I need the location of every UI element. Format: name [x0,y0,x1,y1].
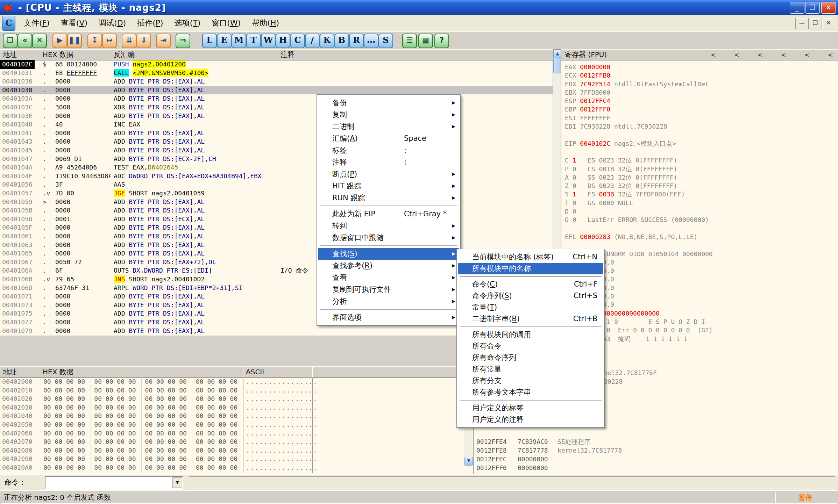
instruction-cell[interactable]: ARPL WORD PTR DS:[EDI+EBP*2+31],SI [114,284,277,293]
menu-item[interactable]: 所有模块间的调用 [458,329,603,340]
address-cell[interactable]: 0040102C [0,60,35,69]
dump-header-hex[interactable]: HEX 数据 [40,367,243,377]
hex-cell[interactable]: 119C10 944B3D8A [55,172,111,181]
hex-cell[interactable]: 68 00124000 [55,60,111,69]
log-window-button[interactable]: L [202,34,217,48]
pause-button[interactable]: ❚❚ [67,34,82,48]
handles-button[interactable]: H [276,34,290,48]
hex-cell[interactable]: 0000 [55,112,111,121]
minimize-button[interactable]: _ [790,2,804,14]
cpu-button[interactable]: C [290,34,305,48]
menu-item[interactable]: 二进制▶ [318,121,459,132]
chevron-down-icon[interactable]: ▼ [172,477,182,488]
step-into-button[interactable]: ↧ [87,34,102,48]
instruction-cell[interactable]: ADD BYTE PTR DS:[EAX],AL [114,86,277,95]
menu-item[interactable]: 命令序列(S)Ctrl+S [458,290,603,302]
instruction-cell[interactable]: ADD BYTE PTR DS:[EAX],AL [114,301,277,310]
register-line[interactable]: ST4 empty 0.0 [565,284,836,292]
menubar-item[interactable]: 文件(F) [18,15,55,31]
disasm-row[interactable]: 0040105B.0000ADD BYTE PTR DS:[EAX],AL [0,206,553,215]
breakpoints-button[interactable]: B [334,34,349,48]
instruction-cell[interactable]: ADD BYTE PTR DS:[EAX],AL [114,77,277,86]
hex-cell[interactable]: 0000 [55,318,111,327]
register-line[interactable]: O 0 LastErr ERROR_SUCCESS (00000000) [565,216,836,224]
run-button[interactable]: ▶ [52,34,67,48]
dump-row[interactable]: 0040209000 00 00 0000 00 00 0000 00 00 0… [0,455,464,463]
register-line[interactable]: Prec NEAR,53 掩码 1 1 1 1 1 1 [565,335,836,343]
stack-row[interactable]: 0012FFF000000000 [474,464,837,473]
register-line[interactable]: A 0 SS 0023 32位 0(FFFFFFFF) [565,173,836,182]
disasm-row[interactable]: 00401045.0000ADD BYTE PTR DS:[EAX],AL [0,146,553,155]
instruction-cell[interactable]: XOR BYTE PTR DS:[EAX],AL [114,103,277,112]
instruction-cell[interactable]: ADD BYTE PTR DS:[EAX+72],DL [114,258,277,267]
menu-item[interactable]: 汇编(A)Space [318,132,459,144]
disassembly-header[interactable]: 地址 HEX 数据 反汇编 注释 [0,50,553,60]
register-line[interactable]: ST6 empty 0.0 [565,301,836,309]
menu-item[interactable]: 所有分支 [458,375,603,387]
step-over-button[interactable]: ↦ [102,34,117,48]
disasm-row[interactable]: 0040102C$68 00124000PUSH nags2.00401200 [0,60,553,69]
address-cell[interactable]: 00401071 [2,292,33,301]
title-bar[interactable]: ✱ - [CPU - 主线程, 模块 - nags2] _ ❐ ✕ [0,0,838,15]
hex-cell[interactable]: 0069 D1 [55,155,111,164]
menu-item[interactable]: 用户定义的注释 [458,414,603,425]
register-line[interactable] [565,148,836,156]
dump-row[interactable]: 0040200000 00 00 0000 00 00 0000 00 00 0… [0,377,464,386]
dump-row[interactable]: 0040203000 00 00 0000 00 00 0000 00 00 0… [0,403,464,412]
collapse-arrow-icon[interactable]: < [734,50,739,60]
patches-button[interactable]: / [305,34,320,48]
register-line[interactable]: EDI 7C930228 ntdll.7C930228 [565,122,836,131]
instruction-cell[interactable]: ADD BYTE PTR DS:[EAX],AL [114,232,277,241]
disasm-row[interactable]: 00401047.0069 D1ADD BYTE PTR DS:[ECX-2F]… [0,155,553,164]
menu-item[interactable]: 命令(C)Ctrl+F [458,279,603,290]
disasm-row[interactable]: 00401031.E8 EEFFFFFFCALL <JMP.&MSVBVM50.… [0,69,553,78]
register-line[interactable]: C 1 ES 0023 32位 0(FFFFFFFF) [565,156,836,165]
address-cell[interactable]: 00401079 [2,327,33,336]
hex-cell[interactable]: 0000 [55,232,111,241]
register-line[interactable]: ST1 empty 0.0 [565,258,836,267]
register-line[interactable]: S 1 FS 003B 32位 7FFDF000(FFF) [565,190,836,199]
instruction-cell[interactable]: INC EAX [114,120,277,129]
hex-cell[interactable]: 63746F 31 [55,284,111,293]
hex-cell[interactable]: 0050 72 [55,258,111,267]
instruction-cell[interactable]: OUTS DX,DWORD PTR ES:[EDI] [114,266,277,275]
disasm-row[interactable]: 00401038.0000ADD BYTE PTR DS:[EAX],AL [0,86,553,95]
address-cell[interactable]: 0040106B [2,275,33,284]
address-cell[interactable]: 0040104A [2,163,33,172]
column-header-hex[interactable]: HEX 数据 [40,50,111,60]
menu-item[interactable]: 断点(P)▶ [318,168,459,180]
register-line[interactable]: T 0 GS 0000 NULL [565,199,836,207]
disasm-row[interactable]: 00401036.0000ADD BYTE PTR DS:[EAX],AL [0,77,553,86]
menu-item[interactable]: RUN 跟踪▶ [318,192,459,204]
instruction-cell[interactable]: ADD BYTE PTR DS:[EAX],AL [114,318,277,327]
command-input[interactable]: ▼ [45,476,183,490]
instruction-cell[interactable]: ADD BYTE PTR DS:[EAX],AL [114,137,277,146]
menu-item[interactable]: 所有常量 [458,363,603,375]
hex-cell[interactable]: 0000 [55,129,111,138]
dump-row[interactable]: 0040208000 00 00 0000 00 00 0000 00 00 0… [0,446,464,455]
menu-item[interactable]: 查找参考(R)▶ [318,260,459,272]
menubar-item[interactable]: 帮助(H) [246,15,285,31]
register-line[interactable]: Cond 0 0 0 0 Err 0 0 0 0 0 0 0 0 (GT) [565,326,836,334]
register-line[interactable]: EBX 7FFDB000 [565,88,836,97]
menu-item[interactable]: 分析▶ [318,295,459,307]
menu-item[interactable]: 二进制字串(B)Ctrl+B [458,313,603,325]
collapse-arrow-icon[interactable]: < [804,50,810,60]
menubar-item[interactable]: 窗口(W) [206,15,246,31]
address-cell[interactable]: 00401041 [2,129,33,138]
close-button[interactable]: ✕ [821,2,836,14]
menu-item[interactable]: 标签: [318,144,459,156]
dump-pane[interactable]: 地址 HEX 数据 ASCII 0040200000 00 00 0000 00… [0,366,473,474]
hex-cell[interactable]: 6F [55,266,111,275]
instruction-cell[interactable]: ADD BYTE PTR DS:[EAX],AL [114,327,277,336]
register-line[interactable]: ST7 1.0000000000000000000 [565,309,836,318]
instruction-cell[interactable]: JNS SHORT nags2.004010D2 [114,275,277,284]
disasm-row[interactable]: 00401040.40INC EAX [0,120,553,129]
register-line[interactable]: ST5 empty 0.0 [565,292,836,301]
menu-item[interactable]: 界面选项▶ [318,311,459,323]
stack-row[interactable]: 0012FFE87C817778kernel32.7C817778 [474,446,837,455]
hex-cell[interactable]: A9 452640D6 [55,163,111,172]
disasm-row[interactable]: 0040104F.119C10 944B3D8AADC DWORD PTR DS… [0,172,553,181]
disasm-row[interactable]: 00401063.0000ADD BYTE PTR DS:[EAX],AL [0,241,553,250]
menu-item[interactable]: 复制到可执行文件▶ [318,283,459,295]
